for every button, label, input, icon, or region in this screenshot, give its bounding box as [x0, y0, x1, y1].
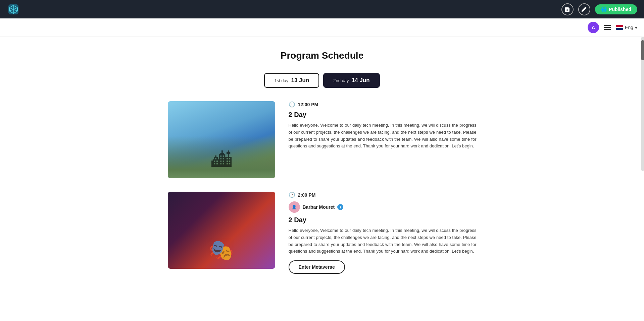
header-right-controls: 🌐 Published — [561, 3, 637, 15]
enter-metaverse-button[interactable]: Enter Metaverse — [289, 260, 345, 274]
day-2-label: 2nd day — [333, 78, 349, 83]
avatar-letter: A — [592, 25, 595, 30]
event-title-2: 2 Day — [289, 216, 477, 224]
flag-icon — [616, 25, 623, 30]
clock-icon-2: 🕑 — [289, 192, 295, 198]
save-button[interactable] — [561, 3, 574, 15]
event-desc-2: Hello everyone, Welcome to our daily tec… — [289, 227, 477, 255]
avatar-button[interactable]: A — [588, 22, 599, 33]
clock-icon-1: 🕛 — [289, 101, 295, 108]
speaker-name: Barbar Mouret — [303, 204, 335, 210]
speaker-avatar-icon: 👤 — [292, 205, 297, 209]
time-row-1: 🕛 12:00 PM — [289, 101, 477, 108]
schedule-item-1: 🕛 12:00 PM 2 Day Hello everyone, Welcome… — [168, 101, 477, 178]
schedule-info-1: 🕛 12:00 PM 2 Day Hello everyone, Welcome… — [289, 101, 477, 155]
day-1-date: 13 Jun — [291, 77, 309, 83]
published-label: Published — [609, 7, 631, 12]
scrollbar-track[interactable] — [641, 37, 644, 171]
day-2-date: 14 Jun — [352, 77, 370, 83]
language-label: Eng — [625, 25, 633, 30]
event-desc-1: Hello everyone, Welcome to our daily tec… — [289, 122, 477, 150]
page-title: Program Schedule — [168, 50, 477, 61]
day-1-label: 1st day — [274, 78, 288, 83]
main-content: Program Schedule 1st day 13 Jun 2nd day … — [161, 37, 483, 301]
info-icon[interactable]: i — [337, 204, 343, 210]
schedule-item-2: 🕑 2:00 PM 👤 Barbar Mouret i 2 Day Hello … — [168, 192, 477, 274]
day-tab-1[interactable]: 1st day 13 Jun — [264, 73, 319, 88]
published-globe-icon: 🌐 — [601, 7, 607, 12]
schedule-image-2 — [168, 192, 275, 269]
day-tabs: 1st day 13 Jun 2nd day 14 Jun — [168, 73, 477, 88]
header: 🌐 Published — [0, 0, 644, 18]
hamburger-line-2 — [604, 27, 611, 28]
speaker-row: 👤 Barbar Mouret i — [289, 201, 477, 213]
hamburger-button[interactable] — [604, 25, 611, 30]
day-tab-2[interactable]: 2nd day 14 Jun — [323, 73, 380, 88]
schedule-image-1 — [168, 101, 275, 178]
secondary-nav: A Eng ▾ — [0, 18, 644, 37]
hamburger-line-1 — [604, 25, 611, 26]
language-arrow: ▾ — [635, 25, 637, 30]
time-row-2: 🕑 2:00 PM — [289, 192, 477, 198]
hamburger-line-3 — [604, 29, 611, 30]
scrollbar-thumb[interactable] — [641, 40, 644, 60]
logo-icon — [7, 3, 20, 16]
edit-button[interactable] — [578, 3, 590, 15]
time-text-2: 2:00 PM — [298, 192, 316, 198]
time-text-1: 12:00 PM — [298, 102, 318, 107]
event-title-1: 2 Day — [289, 111, 477, 119]
published-button[interactable]: 🌐 Published — [595, 4, 637, 14]
language-button[interactable]: Eng ▾ — [616, 25, 637, 30]
speaker-avatar: 👤 — [289, 201, 300, 213]
schedule-info-2: 🕑 2:00 PM 👤 Barbar Mouret i 2 Day Hello … — [289, 192, 477, 274]
logo — [7, 3, 20, 16]
